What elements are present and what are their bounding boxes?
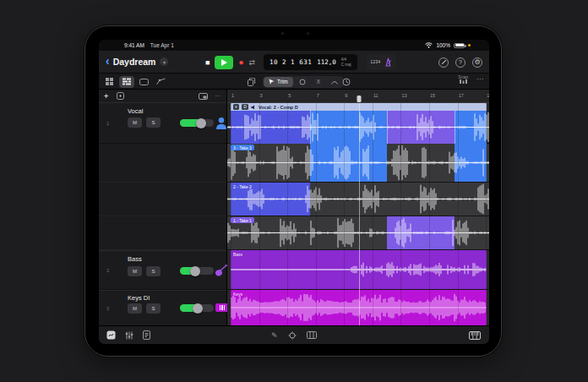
track-header-bass[interactable]: 2 Bass M S (99, 250, 226, 290)
vocal-comp-lane[interactable]: ▾ D Vocal: 2 - Comp D (227, 103, 489, 144)
comp-section[interactable] (387, 111, 455, 144)
comp-section[interactable] (231, 111, 310, 144)
stop-button[interactable]: ■ (205, 58, 210, 67)
cycle-button[interactable]: ⇄ (248, 58, 255, 67)
mute-button[interactable]: M (128, 303, 142, 314)
lcd-display[interactable]: 10 2 1 631 112,0 4/4 C maj (264, 54, 357, 70)
show-keyboard-button[interactable] (469, 331, 481, 340)
track-name: Vocal (128, 107, 143, 115)
track-options-icon[interactable] (117, 92, 124, 100)
mute-button[interactable]: M (128, 266, 142, 276)
ipad-device: 9:41 AM Tue Apr 1 100% ‹ Daydream ▾ (84, 25, 502, 357)
vocalist-icon (215, 117, 227, 129)
metronome-group: 1234 (367, 54, 396, 70)
camera-sensor (307, 32, 309, 35)
regions-view-button[interactable] (139, 76, 149, 88)
trim-tool[interactable]: Trim (264, 77, 293, 87)
count-in-button[interactable]: 1234 (371, 60, 381, 64)
fade-tool[interactable] (326, 77, 343, 87)
tracks-area[interactable]: 135791113151719 ▾ D Vocal: 2 - Comp D (227, 90, 489, 325)
solo-button[interactable]: S (146, 266, 161, 276)
mute-button[interactable]: M (128, 117, 142, 128)
track-number: 2 (102, 268, 109, 273)
copy-tool-icon[interactable] (248, 76, 255, 88)
track-name: Keys DI (128, 294, 150, 302)
bass-track-lane[interactable]: Bass (227, 250, 489, 290)
header-more-icon[interactable]: ⋯ (215, 93, 221, 100)
settings-button[interactable]: ⚙ (472, 57, 482, 68)
snap-control[interactable]: Snap (458, 74, 468, 84)
take-lane-header-space (99, 144, 226, 250)
volume-slider[interactable] (180, 267, 214, 275)
main-toolbar: ‹ Daydream ▾ ■ ● ⇄ 10 2 1 631 112,0 4/4 … (99, 51, 489, 74)
more-options-button[interactable]: ⋯ (476, 75, 484, 83)
comp-section[interactable] (310, 111, 387, 144)
pointer-icon (269, 79, 275, 85)
mic-in-use-indicator (468, 44, 471, 46)
solo-button[interactable]: S (146, 303, 161, 314)
comp-collapse-icon[interactable]: ▾ (233, 104, 239, 110)
arrange-area: + ⋯ 1 Vocal M (99, 90, 489, 325)
list-editor-button[interactable] (143, 330, 150, 340)
transport-controls: ■ ● ⇄ 10 2 1 631 112,0 4/4 C maj 1234 (205, 51, 396, 74)
project-title[interactable]: Daydream (113, 57, 156, 67)
keys-track-lane[interactable]: Keys (227, 290, 489, 325)
mixer-button[interactable] (125, 331, 133, 340)
page-background: 9:41 AM Tue Apr 1 100% ‹ Daydream ▾ (0, 0, 588, 382)
key-signature: C maj (341, 63, 351, 67)
volume-slider[interactable] (180, 304, 214, 312)
take-label[interactable]: 1 - Take 1 (231, 217, 254, 223)
take-segment[interactable] (455, 144, 487, 182)
play-icon (221, 59, 227, 66)
metronome-icon[interactable] (384, 57, 392, 67)
track-header-keys[interactable]: 3 Keys DI M S (99, 290, 226, 325)
track-name: Bass (128, 255, 142, 263)
tracks-view-button[interactable] (119, 76, 134, 88)
ruler-bar-label: 3 (260, 93, 263, 98)
region-name: Bass (233, 252, 242, 257)
snap-playhead-button[interactable] (342, 76, 351, 88)
comp-section[interactable] (455, 111, 487, 144)
take-label[interactable]: 2 - Take 2 (231, 183, 254, 189)
track-header-toolbar: + ⋯ (99, 90, 226, 103)
track-number: 3 (102, 306, 109, 311)
no-input-monitor-icon[interactable] (438, 57, 449, 68)
browser-view-button[interactable] (106, 76, 113, 88)
take-label[interactable]: 3 - Take 3 (231, 145, 254, 150)
pencil-tool-button[interactable]: ✎ (271, 331, 278, 340)
battery-icon (454, 43, 465, 48)
pip-view-icon[interactable] (199, 93, 208, 100)
comp-selector[interactable]: D (242, 104, 248, 110)
playhead-handle[interactable] (357, 96, 362, 102)
mini-keyboard-button[interactable] (307, 331, 317, 339)
play-button[interactable] (215, 56, 233, 69)
playhead-line (359, 103, 360, 325)
ruler-bar-label: 9 (345, 93, 347, 98)
track-header-vocal[interactable]: 1 Vocal M S (99, 103, 226, 144)
ruler-bar-label: 17 (459, 93, 464, 98)
quantize-button[interactable] (288, 331, 297, 340)
ruler-bar-label: 13 (401, 93, 406, 98)
edit-toolbar: Trim X Snap (99, 74, 489, 90)
take-segment[interactable] (387, 216, 455, 249)
back-button[interactable]: ‹ (106, 55, 110, 67)
add-track-button[interactable]: + (104, 92, 108, 101)
volume-slider[interactable] (180, 119, 214, 127)
automation-button[interactable] (156, 76, 166, 88)
speaker-icon (251, 105, 256, 110)
take-segment[interactable] (310, 144, 387, 182)
loop-tool[interactable] (294, 77, 311, 87)
take-lane-1[interactable]: 1 - Take 1 (227, 216, 489, 250)
take-lane-3[interactable]: 3 - Take 3 (227, 144, 489, 183)
ruler-bar-label: 19 (487, 93, 489, 98)
help-button[interactable]: ? (455, 57, 466, 68)
project-menu-icon[interactable]: ▾ (160, 57, 168, 66)
take-lane-2[interactable]: 2 - Take 2 (227, 183, 489, 216)
ruler-bar-label: 5 (288, 93, 291, 98)
browser-button[interactable] (106, 330, 116, 340)
tool-selector: Trim X (263, 76, 344, 88)
playhead-position: 10 2 1 631 (270, 58, 312, 66)
solo-button[interactable]: S (146, 117, 161, 128)
record-button[interactable]: ● (238, 58, 243, 67)
split-tool[interactable]: X (312, 77, 325, 87)
